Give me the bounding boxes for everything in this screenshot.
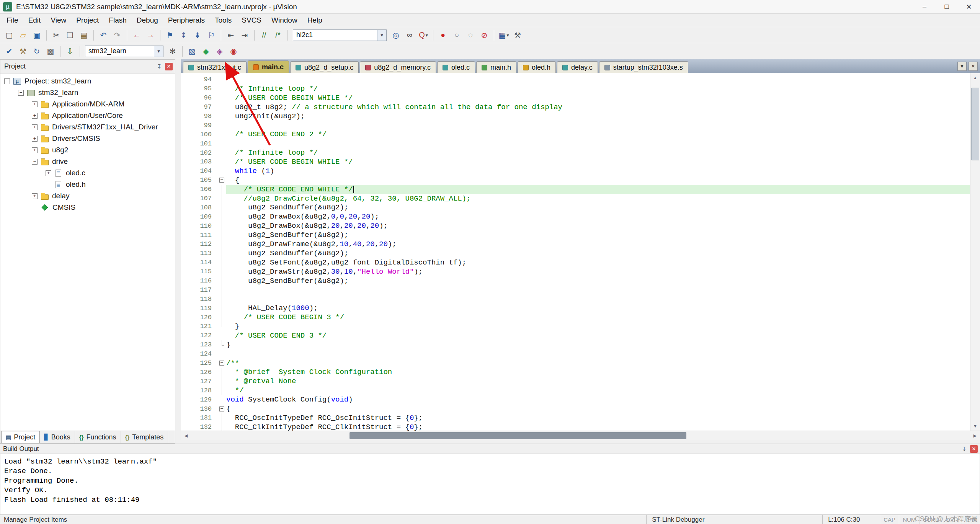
code-line[interactable]: 114 u8g2_SetFont(&u8g2,u8g2_font_Digital… xyxy=(181,258,970,267)
code-line[interactable]: 123} xyxy=(181,340,970,349)
panel-tab-templates[interactable]: {}Templates xyxy=(121,431,168,443)
code-line[interactable]: 107 //u8g2_DrawCircle(&u8g2, 64, 32, 30,… xyxy=(181,194,970,203)
collapse-icon[interactable]: − xyxy=(32,159,38,165)
fold-collapse-icon[interactable]: − xyxy=(219,361,224,366)
menu-edit[interactable]: Edit xyxy=(23,14,46,27)
code-line[interactable]: 96 /* USER CODE BEGIN WHILE */ xyxy=(181,93,970,103)
breakpoint-disable-all-icon[interactable]: ⊘ xyxy=(478,29,491,42)
panel-tab-functions[interactable]: {}Functions xyxy=(75,431,121,443)
menu-flash[interactable]: Flash xyxy=(104,14,131,27)
tree-item[interactable]: CMSIS xyxy=(0,202,175,213)
pin-icon[interactable]: ↧ xyxy=(155,62,164,71)
code-line[interactable]: 131 RCC_OscInitTypeDef RCC_OscInitStruct… xyxy=(181,413,970,423)
collapse-icon[interactable]: − xyxy=(4,78,10,84)
undo-icon[interactable]: ↶ xyxy=(97,29,110,42)
code-line[interactable]: 127 * @retval None xyxy=(181,377,970,386)
code-line[interactable]: 103 /* USER CODE BEGIN WHILE */ xyxy=(181,157,970,167)
code-line[interactable]: 110 u8g2_DrawBox(&u8g2,20,20,20,20); xyxy=(181,221,970,230)
tree-item[interactable]: +Drivers/CMSIS xyxy=(0,133,175,144)
chevron-down-icon[interactable]: ▾ xyxy=(377,30,386,41)
close-icon[interactable]: ✕ xyxy=(958,0,980,13)
window-layout-icon[interactable]: ▦▾ xyxy=(497,29,510,42)
tab-u8g2-d-memory-c[interactable]: u8g2_d_memory.c xyxy=(360,61,436,73)
code-line[interactable]: 113 u8g2_SendBuffer(&u8g2); xyxy=(181,249,970,258)
bookmark-next-icon[interactable]: ⇟ xyxy=(191,29,204,42)
build-icon[interactable]: ⚒ xyxy=(16,45,29,58)
expand-icon[interactable]: + xyxy=(46,170,51,176)
code-line[interactable]: 132 RCC_ClkInitTypeDef RCC_ClkInitStruct… xyxy=(181,423,970,431)
breakpoint-kill-all-icon[interactable]: ○ xyxy=(450,29,463,42)
bookmark-toggle-icon[interactable]: ⚑ xyxy=(163,29,176,42)
horizontal-scroll-thumb[interactable] xyxy=(350,432,686,439)
minimize-icon[interactable]: – xyxy=(913,0,936,13)
tab-u8g2-d-setup-c[interactable]: u8g2_d_setup.c xyxy=(290,61,359,73)
code-line[interactable]: 109 u8g2_DrawBox(&u8g2,0,0,20,20); xyxy=(181,212,970,221)
code-line[interactable]: 100 /* USER CODE END 2 */ xyxy=(181,130,970,139)
panel-close-icon[interactable]: ✕ xyxy=(970,445,978,453)
build-output-log[interactable]: Load "stm32_learn\\stm32_learn.axf"Erase… xyxy=(0,454,980,515)
navigate-forward-icon[interactable]: → xyxy=(144,29,157,42)
tree-item[interactable]: −stm32_learn xyxy=(0,87,175,98)
fold-collapse-icon[interactable]: − xyxy=(219,406,224,411)
expand-icon[interactable]: + xyxy=(32,113,38,119)
menu-project[interactable]: Project xyxy=(71,14,104,27)
target-combo[interactable]: stm32_learn▾ xyxy=(85,46,163,57)
navigate-back-icon[interactable]: ← xyxy=(130,29,143,42)
indent-left-icon[interactable]: ⇤ xyxy=(224,29,237,42)
menu-peripherals[interactable]: Peripherals xyxy=(163,14,210,27)
tree-item[interactable]: +u8g2 xyxy=(0,144,175,156)
tab-stm32f1xx-it-c[interactable]: stm32f1xx_it.c xyxy=(183,61,247,73)
code-line[interactable]: 130−{ xyxy=(181,404,970,413)
scroll-right-icon[interactable]: ▶ xyxy=(970,431,980,440)
tab-delay-c[interactable]: delay.c xyxy=(557,61,598,73)
translate-icon[interactable]: ✔ xyxy=(3,45,16,58)
collapse-icon[interactable]: − xyxy=(18,90,24,96)
code-line[interactable]: 125−/** xyxy=(181,359,970,368)
tab-main-c[interactable]: main.c xyxy=(248,60,289,73)
rebuild-icon[interactable]: ↻ xyxy=(30,45,43,58)
code-line[interactable]: 115 u8g2_DrawStr(&u8g2,30,10,"Hello Worl… xyxy=(181,267,970,276)
panel-tab-books[interactable]: ▊Books xyxy=(40,431,75,443)
code-line[interactable]: 112 u8g2_DrawFrame(&u8g2,10,40,20,20); xyxy=(181,240,970,249)
tree-item[interactable]: −drive xyxy=(0,156,175,167)
expand-icon[interactable]: + xyxy=(32,124,38,130)
tree-item[interactable]: −Project: stm32_learn xyxy=(0,75,175,87)
fold-collapse-icon[interactable]: − xyxy=(219,178,224,183)
search-combo[interactable]: hi2c1▾ xyxy=(293,29,387,41)
redo-icon[interactable]: ↷ xyxy=(111,29,124,42)
panel-tab-project[interactable]: ▤Project xyxy=(1,431,40,443)
configure-icon[interactable]: ⚒ xyxy=(511,29,524,42)
bookmark-prev-icon[interactable]: ⇞ xyxy=(177,29,190,42)
code-line[interactable]: 124 xyxy=(181,349,970,359)
find-icon[interactable]: ∞ xyxy=(403,29,416,42)
open-file-icon[interactable]: ▱ xyxy=(16,29,29,42)
scroll-up-icon[interactable]: ▲ xyxy=(970,73,980,82)
tree-item[interactable]: oled.h xyxy=(0,179,175,190)
close-document-icon[interactable]: ✕ xyxy=(969,62,978,71)
tab-main-h[interactable]: main.h xyxy=(476,61,516,73)
panel-splitter[interactable] xyxy=(175,59,181,444)
expand-icon[interactable]: + xyxy=(32,101,38,107)
menu-tools[interactable]: Tools xyxy=(210,14,237,27)
comment-selection-icon[interactable]: // xyxy=(258,29,271,42)
code-line[interactable]: 122 /* USER CODE END 3 */ xyxy=(181,331,970,340)
breakpoint-insert-icon[interactable]: ● xyxy=(436,29,449,42)
panel-close-icon[interactable]: ✕ xyxy=(165,63,173,70)
breakpoint-enable-disable-icon[interactable]: ◌ xyxy=(464,29,477,42)
pin-icon[interactable]: ↧ xyxy=(960,444,969,454)
menu-debug[interactable]: Debug xyxy=(132,14,163,27)
vertical-scrollbar[interactable]: ▲ ▼ xyxy=(970,73,980,431)
code-line[interactable]: 101 xyxy=(181,139,970,148)
incremental-find-icon[interactable]: Q▾ xyxy=(417,29,430,42)
download-icon[interactable]: ⇩ xyxy=(64,45,77,58)
paste-icon[interactable]: ▤ xyxy=(77,29,90,42)
expand-icon[interactable]: + xyxy=(32,136,38,142)
tab-startup-stm32f103xe-s[interactable]: startup_stm32f103xe.s xyxy=(599,61,688,73)
expand-icon[interactable]: + xyxy=(32,193,38,199)
code-line[interactable]: 121 } xyxy=(181,322,970,331)
code-editor[interactable]: 9495 /* Infinite loop */96 /* USER CODE … xyxy=(181,73,980,431)
menu-file[interactable]: File xyxy=(2,14,23,27)
tree-item[interactable]: +Application/MDK-ARM xyxy=(0,98,175,110)
tab-oled-c[interactable]: oled.c xyxy=(437,61,475,73)
code-line[interactable]: 102 /* Infinite loop */ xyxy=(181,148,970,157)
